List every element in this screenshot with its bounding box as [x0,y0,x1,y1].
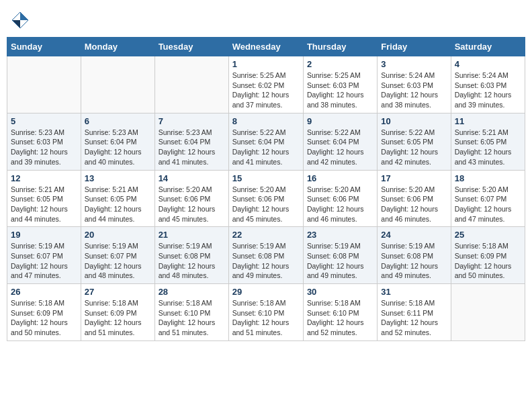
day-number: 5 [11,116,77,126]
day-number: 14 [159,173,225,183]
day-cell [154,56,228,113]
day-info: Sunrise: 5:24 AM Sunset: 6:03 PM Dayligh… [381,71,447,110]
day-number: 12 [11,173,77,183]
week-row-3: 19Sunrise: 5:19 AM Sunset: 6:07 PM Dayli… [7,227,525,284]
day-cell: 16Sunrise: 5:20 AM Sunset: 6:06 PM Dayli… [303,170,377,227]
day-info: Sunrise: 5:19 AM Sunset: 6:08 PM Dayligh… [307,241,373,281]
day-info: Sunrise: 5:23 AM Sunset: 6:03 PM Dayligh… [11,128,77,167]
weekday-friday: Friday [378,38,451,56]
day-cell: 22Sunrise: 5:19 AM Sunset: 6:08 PM Dayli… [228,227,303,284]
day-cell: 31Sunrise: 5:18 AM Sunset: 6:11 PM Dayli… [378,284,451,341]
day-info: Sunrise: 5:18 AM Sunset: 6:10 PM Dayligh… [307,298,373,338]
day-number: 15 [232,173,300,183]
day-number: 18 [455,173,521,183]
day-info: Sunrise: 5:18 AM Sunset: 6:09 PM Dayligh… [85,298,151,338]
day-cell: 8Sunrise: 5:22 AM Sunset: 6:04 PM Daylig… [228,113,303,170]
day-number: 20 [85,230,151,240]
day-cell [7,56,81,113]
day-number: 10 [381,116,447,126]
day-number: 27 [85,287,151,297]
logo [10,10,33,30]
day-number: 11 [455,116,521,126]
day-number: 25 [455,230,521,240]
week-row-1: 5Sunrise: 5:23 AM Sunset: 6:03 PM Daylig… [7,113,525,170]
day-cell: 11Sunrise: 5:21 AM Sunset: 6:05 PM Dayli… [451,113,525,170]
weekday-monday: Monday [81,38,154,56]
day-info: Sunrise: 5:25 AM Sunset: 6:02 PM Dayligh… [232,71,300,110]
calendar-header: SundayMondayTuesdayWednesdayThursdayFrid… [7,38,525,56]
weekday-tuesday: Tuesday [154,38,228,56]
page-header [7,7,525,30]
weekday-sunday: Sunday [7,38,81,56]
day-info: Sunrise: 5:18 AM Sunset: 6:10 PM Dayligh… [159,298,225,338]
day-cell: 26Sunrise: 5:18 AM Sunset: 6:09 PM Dayli… [7,284,81,341]
day-cell: 18Sunrise: 5:20 AM Sunset: 6:07 PM Dayli… [451,170,525,227]
day-cell: 2Sunrise: 5:25 AM Sunset: 6:03 PM Daylig… [303,56,377,113]
day-number: 17 [381,173,447,183]
day-cell: 7Sunrise: 5:23 AM Sunset: 6:04 PM Daylig… [154,113,228,170]
day-cell: 25Sunrise: 5:18 AM Sunset: 6:09 PM Dayli… [451,227,525,284]
day-info: Sunrise: 5:20 AM Sunset: 6:07 PM Dayligh… [455,185,521,224]
day-info: Sunrise: 5:18 AM Sunset: 6:10 PM Dayligh… [232,298,300,338]
day-info: Sunrise: 5:19 AM Sunset: 6:08 PM Dayligh… [232,241,300,281]
day-info: Sunrise: 5:21 AM Sunset: 6:05 PM Dayligh… [85,185,151,224]
day-info: Sunrise: 5:23 AM Sunset: 6:04 PM Dayligh… [159,128,225,167]
day-info: Sunrise: 5:22 AM Sunset: 6:04 PM Dayligh… [307,128,373,167]
day-info: Sunrise: 5:18 AM Sunset: 6:11 PM Dayligh… [381,298,447,338]
weekday-thursday: Thursday [303,38,377,56]
day-info: Sunrise: 5:19 AM Sunset: 6:08 PM Dayligh… [381,241,447,281]
day-number: 21 [159,230,225,240]
day-info: Sunrise: 5:19 AM Sunset: 6:07 PM Dayligh… [85,241,151,281]
day-cell: 29Sunrise: 5:18 AM Sunset: 6:10 PM Dayli… [228,284,303,341]
day-number: 29 [232,287,300,297]
day-info: Sunrise: 5:24 AM Sunset: 6:03 PM Dayligh… [455,71,521,110]
logo-icon [10,10,30,30]
day-cell: 23Sunrise: 5:19 AM Sunset: 6:08 PM Dayli… [303,227,377,284]
day-cell: 28Sunrise: 5:18 AM Sunset: 6:10 PM Dayli… [154,284,228,341]
day-number: 22 [232,230,300,240]
day-cell: 24Sunrise: 5:19 AM Sunset: 6:08 PM Dayli… [378,227,451,284]
day-cell: 4Sunrise: 5:24 AM Sunset: 6:03 PM Daylig… [451,56,525,113]
day-cell: 27Sunrise: 5:18 AM Sunset: 6:09 PM Dayli… [81,284,154,341]
weekday-wednesday: Wednesday [228,38,303,56]
day-cell: 14Sunrise: 5:20 AM Sunset: 6:06 PM Dayli… [154,170,228,227]
day-info: Sunrise: 5:25 AM Sunset: 6:03 PM Dayligh… [307,71,373,110]
day-info: Sunrise: 5:23 AM Sunset: 6:04 PM Dayligh… [85,128,151,167]
week-row-4: 26Sunrise: 5:18 AM Sunset: 6:09 PM Dayli… [7,284,525,341]
day-number: 3 [381,59,447,69]
day-number: 9 [307,116,373,126]
day-cell: 17Sunrise: 5:20 AM Sunset: 6:06 PM Dayli… [378,170,451,227]
day-info: Sunrise: 5:18 AM Sunset: 6:09 PM Dayligh… [11,298,77,338]
day-info: Sunrise: 5:22 AM Sunset: 6:05 PM Dayligh… [381,128,447,167]
day-cell: 1Sunrise: 5:25 AM Sunset: 6:02 PM Daylig… [228,56,303,113]
day-number: 16 [307,173,373,183]
day-cell: 12Sunrise: 5:21 AM Sunset: 6:05 PM Dayli… [7,170,81,227]
day-cell [451,284,525,341]
day-number: 2 [307,59,373,69]
day-cell: 19Sunrise: 5:19 AM Sunset: 6:07 PM Dayli… [7,227,81,284]
day-info: Sunrise: 5:20 AM Sunset: 6:06 PM Dayligh… [232,185,300,224]
day-cell: 9Sunrise: 5:22 AM Sunset: 6:04 PM Daylig… [303,113,377,170]
day-cell: 21Sunrise: 5:19 AM Sunset: 6:08 PM Dayli… [154,227,228,284]
calendar-table: SundayMondayTuesdayWednesdayThursdayFrid… [7,37,525,341]
day-number: 8 [232,116,300,126]
day-cell [81,56,154,113]
day-number: 26 [11,287,77,297]
day-cell: 6Sunrise: 5:23 AM Sunset: 6:04 PM Daylig… [81,113,154,170]
calendar-body: 1Sunrise: 5:25 AM Sunset: 6:02 PM Daylig… [7,56,525,341]
day-info: Sunrise: 5:21 AM Sunset: 6:05 PM Dayligh… [11,185,77,224]
day-cell: 10Sunrise: 5:22 AM Sunset: 6:05 PM Dayli… [378,113,451,170]
week-row-0: 1Sunrise: 5:25 AM Sunset: 6:02 PM Daylig… [7,56,525,113]
day-number: 7 [159,116,225,126]
day-number: 23 [307,230,373,240]
day-cell: 20Sunrise: 5:19 AM Sunset: 6:07 PM Dayli… [81,227,154,284]
day-info: Sunrise: 5:18 AM Sunset: 6:09 PM Dayligh… [455,241,521,281]
day-info: Sunrise: 5:21 AM Sunset: 6:05 PM Dayligh… [455,128,521,167]
day-cell: 5Sunrise: 5:23 AM Sunset: 6:03 PM Daylig… [7,113,81,170]
day-number: 4 [455,59,521,69]
weekday-row: SundayMondayTuesdayWednesdayThursdayFrid… [7,38,525,56]
day-number: 19 [11,230,77,240]
day-cell: 15Sunrise: 5:20 AM Sunset: 6:06 PM Dayli… [228,170,303,227]
day-info: Sunrise: 5:20 AM Sunset: 6:06 PM Dayligh… [307,185,373,224]
day-cell: 30Sunrise: 5:18 AM Sunset: 6:10 PM Dayli… [303,284,377,341]
